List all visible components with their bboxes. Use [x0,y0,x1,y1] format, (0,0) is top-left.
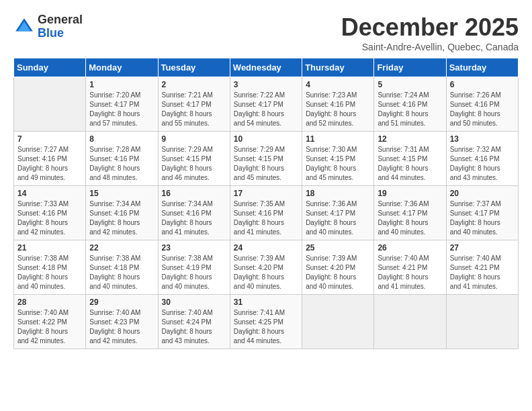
day-number: 27 [450,243,515,253]
calendar-cell: 10Sunrise: 7:29 AM Sunset: 4:15 PM Dayli… [230,132,302,186]
calendar-cell: 1Sunrise: 7:20 AM Sunset: 4:17 PM Daylig… [86,77,158,132]
logo: General Blue [13,13,83,40]
calendar-cell: 11Sunrise: 7:30 AM Sunset: 4:15 PM Dayli… [302,132,374,186]
calendar-cell: 15Sunrise: 7:34 AM Sunset: 4:16 PM Dayli… [86,186,158,240]
calendar-cell: 24Sunrise: 7:39 AM Sunset: 4:20 PM Dayli… [230,240,302,295]
day-info: Sunrise: 7:36 AM Sunset: 4:17 PM Dayligh… [378,199,442,237]
day-info: Sunrise: 7:28 AM Sunset: 4:16 PM Dayligh… [89,145,154,183]
day-info: Sunrise: 7:27 AM Sunset: 4:16 PM Dayligh… [17,145,82,183]
day-number: 26 [378,243,442,253]
calendar-cell: 21Sunrise: 7:38 AM Sunset: 4:18 PM Dayli… [14,240,86,295]
day-number: 8 [89,134,154,144]
weekday-header-row: SundayMondayTuesdayWednesdayThursdayFrid… [14,58,519,77]
day-number: 20 [450,189,515,198]
day-info: Sunrise: 7:24 AM Sunset: 4:16 PM Dayligh… [378,91,442,128]
day-info: Sunrise: 7:38 AM Sunset: 4:18 PM Dayligh… [17,254,82,291]
day-number: 21 [17,243,82,253]
day-info: Sunrise: 7:34 AM Sunset: 4:16 PM Dayligh… [89,199,154,237]
day-info: Sunrise: 7:26 AM Sunset: 4:16 PM Dayligh… [450,91,515,128]
calendar-cell: 28Sunrise: 7:40 AM Sunset: 4:22 PM Dayli… [14,295,86,349]
day-number: 31 [234,298,298,307]
day-info: Sunrise: 7:32 AM Sunset: 4:16 PM Dayligh… [450,145,515,183]
title-block: December 2025 Saint-Andre-Avellin, Quebe… [341,13,519,52]
day-info: Sunrise: 7:29 AM Sunset: 4:15 PM Dayligh… [234,145,298,183]
day-number: 28 [17,298,82,307]
calendar-week-row-4: 21Sunrise: 7:38 AM Sunset: 4:18 PM Dayli… [14,240,519,295]
day-number: 5 [378,80,442,89]
day-info: Sunrise: 7:36 AM Sunset: 4:17 PM Dayligh… [306,199,370,237]
day-info: Sunrise: 7:20 AM Sunset: 4:17 PM Dayligh… [89,91,154,128]
day-info: Sunrise: 7:21 AM Sunset: 4:17 PM Dayligh… [162,91,226,128]
day-number: 11 [306,134,370,144]
calendar-week-row-2: 7Sunrise: 7:27 AM Sunset: 4:16 PM Daylig… [14,132,519,186]
weekday-header-thursday: Thursday [302,58,374,77]
day-number: 18 [306,189,370,198]
day-info: Sunrise: 7:30 AM Sunset: 4:15 PM Dayligh… [306,145,370,183]
day-info: Sunrise: 7:35 AM Sunset: 4:16 PM Dayligh… [234,199,298,237]
calendar-cell: 30Sunrise: 7:40 AM Sunset: 4:24 PM Dayli… [158,295,230,349]
weekday-header-wednesday: Wednesday [230,58,302,77]
day-number: 2 [162,80,226,89]
day-info: Sunrise: 7:33 AM Sunset: 4:16 PM Dayligh… [17,199,82,237]
day-info: Sunrise: 7:38 AM Sunset: 4:19 PM Dayligh… [162,254,226,291]
day-info: Sunrise: 7:23 AM Sunset: 4:16 PM Dayligh… [306,91,370,128]
calendar-cell: 9Sunrise: 7:29 AM Sunset: 4:15 PM Daylig… [158,132,230,186]
calendar-week-row-5: 28Sunrise: 7:40 AM Sunset: 4:22 PM Dayli… [14,295,519,349]
calendar-cell: 8Sunrise: 7:28 AM Sunset: 4:16 PM Daylig… [86,132,158,186]
calendar-cell: 5Sunrise: 7:24 AM Sunset: 4:16 PM Daylig… [374,77,446,132]
calendar-cell: 12Sunrise: 7:31 AM Sunset: 4:15 PM Dayli… [374,132,446,186]
calendar-cell: 2Sunrise: 7:21 AM Sunset: 4:17 PM Daylig… [158,77,230,132]
page-header: General Blue December 2025 Saint-Andre-A… [13,13,519,52]
location-subtitle: Saint-Andre-Avellin, Quebec, Canada [341,42,519,52]
calendar-cell: 4Sunrise: 7:23 AM Sunset: 4:16 PM Daylig… [302,77,374,132]
calendar-cell: 23Sunrise: 7:38 AM Sunset: 4:19 PM Dayli… [158,240,230,295]
day-number: 30 [162,298,226,307]
day-info: Sunrise: 7:39 AM Sunset: 4:20 PM Dayligh… [234,254,298,291]
day-info: Sunrise: 7:31 AM Sunset: 4:15 PM Dayligh… [378,145,442,183]
logo-icon [13,16,35,38]
calendar-cell [374,295,446,349]
weekday-header-sunday: Sunday [14,58,86,77]
calendar-cell: 7Sunrise: 7:27 AM Sunset: 4:16 PM Daylig… [14,132,86,186]
day-number: 4 [306,80,370,89]
calendar-cell: 16Sunrise: 7:34 AM Sunset: 4:16 PM Dayli… [158,186,230,240]
calendar-table: SundayMondayTuesdayWednesdayThursdayFrid… [13,58,519,349]
weekday-header-friday: Friday [374,58,446,77]
day-number: 14 [17,189,82,198]
day-number: 23 [162,243,226,253]
day-info: Sunrise: 7:38 AM Sunset: 4:18 PM Dayligh… [89,254,154,291]
day-number: 16 [162,189,226,198]
day-info: Sunrise: 7:29 AM Sunset: 4:15 PM Dayligh… [162,145,226,183]
day-number: 6 [450,80,515,89]
day-info: Sunrise: 7:40 AM Sunset: 4:23 PM Dayligh… [89,308,154,346]
calendar-cell: 13Sunrise: 7:32 AM Sunset: 4:16 PM Dayli… [446,132,518,186]
day-info: Sunrise: 7:39 AM Sunset: 4:20 PM Dayligh… [306,254,370,291]
calendar-week-row-1: 1Sunrise: 7:20 AM Sunset: 4:17 PM Daylig… [14,77,519,132]
day-number: 19 [378,189,442,198]
calendar-cell: 19Sunrise: 7:36 AM Sunset: 4:17 PM Dayli… [374,186,446,240]
day-number: 12 [378,134,442,144]
logo-general-text: General [38,13,83,26]
calendar-cell: 17Sunrise: 7:35 AM Sunset: 4:16 PM Dayli… [230,186,302,240]
month-title: December 2025 [341,13,519,42]
day-info: Sunrise: 7:40 AM Sunset: 4:21 PM Dayligh… [378,254,442,291]
calendar-cell: 22Sunrise: 7:38 AM Sunset: 4:18 PM Dayli… [86,240,158,295]
day-number: 13 [450,134,515,144]
day-number: 24 [234,243,298,253]
calendar-cell: 14Sunrise: 7:33 AM Sunset: 4:16 PM Dayli… [14,186,86,240]
day-info: Sunrise: 7:41 AM Sunset: 4:25 PM Dayligh… [234,308,298,346]
logo-blue-text: Blue [38,26,64,40]
weekday-header-monday: Monday [86,58,158,77]
day-number: 1 [89,80,154,89]
calendar-cell [446,295,518,349]
day-info: Sunrise: 7:22 AM Sunset: 4:17 PM Dayligh… [234,91,298,128]
day-number: 7 [17,134,82,144]
calendar-cell: 6Sunrise: 7:26 AM Sunset: 4:16 PM Daylig… [446,77,518,132]
day-number: 10 [234,134,298,144]
calendar-cell: 29Sunrise: 7:40 AM Sunset: 4:23 PM Dayli… [86,295,158,349]
day-number: 25 [306,243,370,253]
calendar-cell [302,295,374,349]
day-number: 3 [234,80,298,89]
day-number: 29 [89,298,154,307]
calendar-cell [14,77,86,132]
